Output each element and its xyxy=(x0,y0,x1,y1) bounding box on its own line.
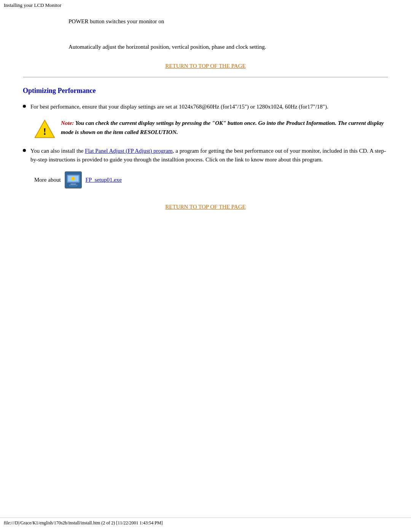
bullet-item-2: You can also install the Flat Panel Adju… xyxy=(23,147,388,164)
note-text: Note: You can check the current display … xyxy=(61,118,388,137)
fp-exe-link[interactable]: FP_setup01.exe xyxy=(86,177,122,183)
note-label: Note: xyxy=(61,120,74,126)
bullet-text-1: For best performance, ensure that your d… xyxy=(30,102,328,111)
power-section: POWER button switches your monitor on Au… xyxy=(23,18,388,51)
note-body: You can check the current display settin… xyxy=(61,120,384,135)
section-title: Optimizing Performance xyxy=(23,87,388,95)
bullet-text-2: You can also install the Flat Panel Adju… xyxy=(30,147,388,164)
note-box: ! Note: You can check the current displa… xyxy=(34,118,388,141)
return-link-bottom-container: RETURN TO TOP OF THE PAGE xyxy=(23,204,388,210)
svg-text:!: ! xyxy=(43,126,46,137)
warning-icon: ! xyxy=(34,118,55,141)
main-content: POWER button switches your monitor on Au… xyxy=(0,11,411,241)
top-bar: Installing your LCD Monitor xyxy=(0,0,411,11)
bullet-dot-2 xyxy=(23,149,26,152)
fp-icon xyxy=(65,171,82,189)
more-about-label: More about xyxy=(34,177,61,183)
bullet-item-1: For best performance, ensure that your d… xyxy=(23,102,388,111)
fp-adjust-link[interactable]: Flat Panel Adjust (FP Adjust) program xyxy=(85,148,173,154)
section-divider xyxy=(23,77,388,77)
optimizing-section: Optimizing Performance For best performa… xyxy=(23,87,388,189)
return-link-top-container: RETURN TO TOP OF THE PAGE xyxy=(23,63,388,69)
return-link-bottom[interactable]: RETURN TO TOP OF THE PAGE xyxy=(165,204,245,210)
bottom-bar: file:///D|/Grace/K1/english/170s2b/insta… xyxy=(0,518,411,528)
svg-rect-6 xyxy=(70,184,76,185)
top-bar-label: Installing your LCD Monitor xyxy=(4,2,61,8)
bottom-bar-text: file:///D|/Grace/K1/english/170s2b/insta… xyxy=(4,520,163,526)
svg-rect-7 xyxy=(69,185,77,186)
power-text: POWER button switches your monitor on xyxy=(68,18,388,25)
bullet-dot-1 xyxy=(23,105,26,108)
svg-point-5 xyxy=(71,177,75,181)
return-link-top[interactable]: RETURN TO TOP OF THE PAGE xyxy=(165,63,245,69)
more-about-row: More about FP_setup01.exe xyxy=(34,171,388,189)
auto-adjust-text: Automatically adjust the horizontal posi… xyxy=(68,43,388,51)
